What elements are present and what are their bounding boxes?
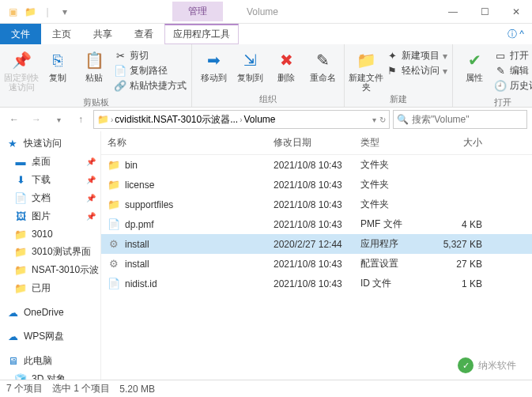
- close-button[interactable]: ✕: [500, 0, 532, 24]
- breadcrumb-item[interactable]: cvidistkit.NSAT-3010示波器...: [115, 113, 238, 127]
- column-size[interactable]: 大小: [425, 134, 489, 151]
- maximize-button[interactable]: ☐: [469, 0, 500, 24]
- nav-downloads[interactable]: ⬇下载📌: [0, 171, 100, 189]
- properties-button[interactable]: ✔属性: [456, 46, 492, 82]
- file-size: 4 KB: [425, 217, 489, 232]
- move-to-button[interactable]: ➡移动到: [195, 46, 232, 82]
- nav-folder-nsat[interactable]: 📁NSAT-3010示波: [0, 261, 100, 279]
- paste-icon: 📋: [83, 49, 105, 71]
- status-size: 5.20 MB: [119, 384, 155, 395]
- cloud-icon: ☁: [6, 331, 19, 343]
- refresh-button[interactable]: ↻: [379, 115, 386, 124]
- window-controls: — ☐ ✕: [437, 0, 532, 24]
- column-date[interactable]: 修改日期: [267, 134, 354, 151]
- wechat-icon: ✓: [458, 357, 474, 373]
- folder-icon: 📁: [108, 179, 120, 191]
- tab-view[interactable]: 查看: [123, 24, 164, 44]
- delete-icon: ✖: [275, 49, 297, 71]
- scissors-icon: ✂: [114, 50, 126, 62]
- nav-wps[interactable]: ☁WPS网盘: [0, 327, 100, 346]
- rename-icon: ✎: [311, 49, 334, 71]
- copyto-icon: ⇲: [239, 49, 261, 71]
- nav-pictures[interactable]: 🖼图片📌: [0, 207, 100, 225]
- file-date: 2021/10/8 10:43: [267, 158, 354, 172]
- copy-button[interactable]: ⎘ 复制: [40, 46, 76, 82]
- file-list-pane: 名称 修改日期 类型 大小 📁bin2021/10/8 10:43文件夹📁lic…: [101, 131, 532, 384]
- qat-folder-icon[interactable]: 📁: [22, 4, 38, 20]
- file-row[interactable]: 📁bin2021/10/8 10:43文件夹: [101, 155, 532, 175]
- column-type[interactable]: 类型: [354, 134, 425, 151]
- file-row[interactable]: 📁supportfiles2021/10/8 10:43文件夹: [101, 195, 532, 214]
- file-name: bin: [125, 160, 138, 171]
- minimize-button[interactable]: —: [437, 0, 469, 24]
- folder-icon: 📁: [14, 282, 27, 295]
- ribbon-help-icon[interactable]: ⓘ ^: [500, 24, 532, 44]
- search-input[interactable]: [412, 114, 530, 125]
- open-button[interactable]: ▭打开▾: [494, 49, 532, 62]
- new-item-icon: ✦: [386, 50, 398, 62]
- nav-documents[interactable]: 📄文档📌: [0, 189, 100, 207]
- star-icon: ★: [6, 138, 19, 150]
- pin-quick-access-button[interactable]: 📌 固定到快速访问: [3, 46, 40, 92]
- tab-home[interactable]: 主页: [41, 24, 82, 44]
- copy-path-button[interactable]: 📄复制路径: [114, 64, 187, 78]
- file-type: 应用程序: [354, 236, 425, 252]
- recent-dropdown[interactable]: ▾: [49, 110, 68, 129]
- quick-access-toolbar: ▣ 📁 | ▾: [0, 4, 77, 20]
- breadcrumb[interactable]: 📁 › cvidistkit.NSAT-3010示波器... › Volume …: [93, 110, 390, 129]
- folder-icon: 📁: [14, 264, 27, 277]
- file-row[interactable]: 📄dp.pmf2021/10/8 10:43PMF 文件4 KB: [101, 214, 532, 234]
- status-bar: 7 个项目 选中 1 个项目 5.20 MB: [0, 380, 532, 397]
- nav-this-pc[interactable]: 🖥此电脑: [0, 352, 100, 370]
- up-button[interactable]: ↑: [71, 110, 90, 129]
- nav-quick-access[interactable]: ★快速访问: [0, 134, 100, 153]
- document-icon: 📄: [14, 192, 27, 205]
- search-box[interactable]: 🔍: [393, 110, 527, 129]
- nav-folder-3010test[interactable]: 📁3010测试界面: [0, 243, 100, 261]
- new-folder-button[interactable]: 📁新建文件夹: [348, 46, 384, 92]
- app-icon: ⚙: [108, 238, 120, 251]
- file-type: 配置设置: [354, 255, 425, 272]
- file-row[interactable]: 📁license2021/10/8 10:43文件夹: [101, 175, 532, 195]
- pc-icon: 🖥: [6, 355, 19, 368]
- paste-shortcut-button[interactable]: 🔗粘贴快捷方式: [114, 79, 187, 93]
- delete-button[interactable]: ✖删除: [268, 46, 304, 82]
- forward-button[interactable]: →: [27, 110, 46, 129]
- pictures-icon: 🖼: [14, 210, 27, 223]
- file-row[interactable]: ⚙install2021/10/8 10:43配置设置27 KB: [101, 254, 532, 274]
- tab-app-tools[interactable]: 应用程序工具: [164, 24, 239, 44]
- copy-to-button[interactable]: ⇲复制到: [232, 46, 268, 82]
- back-button[interactable]: ←: [5, 110, 24, 129]
- nav-folder-used[interactable]: 📁已用: [0, 279, 100, 297]
- breadcrumb-dropdown[interactable]: ▾: [372, 115, 376, 124]
- column-name[interactable]: 名称: [101, 134, 267, 151]
- history-button[interactable]: 🕘历史记录: [494, 79, 532, 93]
- nav-onedrive[interactable]: ☁OneDrive: [0, 304, 100, 321]
- paste-button[interactable]: 📋 粘贴: [76, 46, 112, 82]
- pin-icon: 📌: [86, 194, 96, 202]
- breadcrumb-item[interactable]: Volume: [244, 114, 276, 125]
- file-menu[interactable]: 文件: [0, 24, 41, 44]
- edit-button[interactable]: ✎编辑: [494, 64, 532, 78]
- nav-folder-3010[interactable]: 📁3010: [0, 225, 100, 243]
- rename-button[interactable]: ✎重命名: [304, 46, 341, 82]
- file-row[interactable]: ⚙install2020/2/27 12:44应用程序5,327 KB: [101, 234, 532, 254]
- status-selection: 选中 1 个项目: [52, 382, 110, 395]
- nav-desktop[interactable]: ▬桌面📌: [0, 153, 100, 171]
- file-name: supportfiles: [125, 199, 173, 210]
- chevron-right-icon[interactable]: ›: [240, 115, 242, 124]
- tab-share[interactable]: 共享: [82, 24, 123, 44]
- new-item-button[interactable]: ✦新建项目▾: [386, 49, 447, 62]
- watermark: ✓ 纳米软件: [458, 357, 516, 373]
- folder-icon: 📁: [108, 159, 120, 172]
- folder-app-icon: ▣: [5, 4, 21, 20]
- chevron-right-icon[interactable]: ›: [111, 115, 113, 124]
- copy-icon: ⎘: [47, 49, 69, 71]
- file-type: ID 文件: [354, 275, 425, 292]
- easy-access-button[interactable]: ⚑轻松访问▾: [386, 64, 447, 78]
- file-row[interactable]: 📄nidist.id2021/10/8 10:43ID 文件1 KB: [101, 274, 532, 293]
- file-name: license: [125, 180, 154, 191]
- cut-button[interactable]: ✂剪切: [114, 49, 187, 62]
- qat-dropdown-icon[interactable]: ▾: [57, 4, 73, 20]
- pin-icon: 📌: [86, 157, 96, 166]
